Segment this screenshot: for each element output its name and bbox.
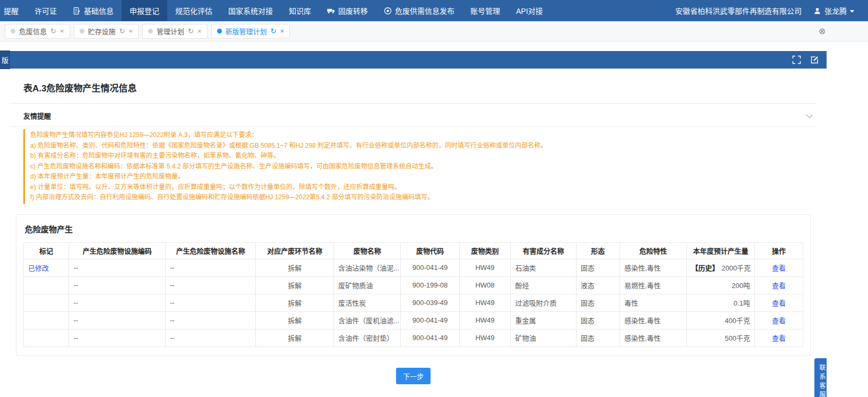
tab-item[interactable]: 贮存设施↻× — [74, 24, 139, 39]
nav-item-standard-evaluation[interactable]: 规范化评估 — [167, 0, 220, 21]
tab-list: 危废信息↻×贮存设施↻×管理计划↻×新版管理计划↻× — [5, 24, 290, 39]
cell-harmful_component: 重金属 — [511, 311, 576, 329]
cell-waste_code: 900-199-08 — [401, 276, 459, 294]
view-link[interactable]: 查看 — [772, 317, 786, 325]
column-header-link_name: 对应产废环节名称 — [256, 242, 334, 259]
amount-value: 400千克 — [725, 317, 750, 325]
nav-item-label: 账号管理 — [470, 5, 500, 16]
cell-hazard: 易燃性,毒性 — [620, 276, 686, 294]
amount-value: 500千克 — [725, 334, 750, 342]
table-row: 已修改----拆解含油沾染物（油泥...900-041-49HW49石油类固态感… — [24, 259, 803, 276]
cell-waste_code: 900-039-49 — [401, 294, 459, 311]
page-header-icons — [792, 55, 827, 64]
notice-line: f) 内部治理方式及去向：自行利用设施编码、自行处置设施编码和贮存设施编码依据H… — [30, 192, 816, 203]
column-header-waste_category: 废物类别 — [459, 242, 511, 259]
cell-facility_code: -- — [69, 329, 166, 347]
cell-action: 查看 — [754, 259, 803, 276]
nav-item-label: 国家系统对接 — [228, 5, 273, 16]
edit-icon[interactable] — [810, 55, 819, 64]
notice-line: 危险废物产生情况填写内容参见HJ 1259—2022附录 A.3，填写应满足以下… — [30, 130, 816, 141]
nav-item-basic-info[interactable]: 基础信息 — [65, 0, 122, 21]
tab-close-icon[interactable]: × — [60, 28, 64, 35]
cell-action: 查看 — [754, 294, 803, 311]
next-step-button[interactable]: 下一步 — [396, 368, 431, 384]
nav-item-solid-waste-transfer[interactable]: 固废转移 — [319, 0, 376, 21]
tab-refresh-icon[interactable]: ↻ — [50, 28, 56, 35]
tab-item[interactable]: 新版管理计划↻× — [211, 24, 290, 39]
nav-item-license[interactable]: 许可证 — [27, 0, 65, 21]
page-header-edge-label[interactable]: 版 — [0, 50, 10, 69]
nav-item-label: 提醒 — [4, 5, 19, 16]
cell-action: 查看 — [754, 276, 803, 294]
page-body: 版 表A.3危险废物产生情况信息 友情提醒 危险废物产生情况填写内容参见HJ 1… — [0, 51, 827, 384]
page-title: 表A.3危险废物产生情况信息 — [0, 69, 827, 103]
nav-item-label: 危废供需信息发布 — [395, 5, 454, 16]
modified-flag[interactable]: 已修改 — [28, 264, 49, 272]
cell-facility_name: -- — [166, 259, 256, 276]
nav-item-knowledge-base[interactable]: 知识库 — [281, 0, 319, 21]
chevron-down-icon — [850, 10, 854, 13]
nav-item-hazwaste-supply-demand-publish[interactable]: 危废供需信息发布 — [376, 0, 462, 21]
tab-close-icon[interactable]: × — [197, 28, 202, 35]
cell-waste_code: 900-041-49 — [401, 259, 459, 276]
tab-item[interactable]: 危废信息↻× — [5, 24, 70, 39]
close-all-tabs-icon[interactable]: ⊗ — [816, 25, 828, 37]
table-row: ----拆解废活性炭900-039-49HW49过滤吸附介质固态毒性0.1吨查看 — [24, 294, 803, 311]
cell-form: 液态 — [576, 276, 620, 294]
app-window: 提醒许可证基础信息申报登记规范化评估国家系统对接知识库固废转移危废供需信息发布账… — [0, 0, 868, 397]
fullscreen-icon[interactable] — [792, 55, 801, 64]
cell-facility_name: -- — [166, 276, 256, 294]
cell-mark — [24, 329, 69, 347]
reminder-header[interactable]: 友情提醒 — [0, 104, 827, 126]
column-header-harmful_component: 有害成分名称 — [511, 242, 576, 259]
column-header-facility_code: 产生危险废物设施编码 — [69, 242, 166, 259]
nav-item-reminder[interactable]: 提醒 — [0, 0, 27, 21]
cell-facility_code: -- — [69, 259, 166, 276]
collapse-chevron-icon[interactable] — [806, 111, 813, 118]
nav-item-label: API对接 — [516, 5, 543, 16]
tab-refresh-icon[interactable]: ↻ — [188, 28, 194, 35]
cell-action: 查看 — [754, 311, 803, 329]
nav-item-label: 基础信息 — [84, 5, 114, 16]
cell-hazard: 感染性,毒性 — [620, 259, 686, 276]
nav-item-label: 知识库 — [289, 5, 311, 16]
tab-close-icon[interactable]: × — [280, 28, 284, 35]
cell-facility_code: -- — [69, 311, 166, 329]
tab-close-icon[interactable]: × — [128, 28, 133, 35]
cell-mark — [24, 294, 69, 311]
column-header-waste_name: 废物名称 — [334, 242, 401, 259]
cell-harmful_component: 矿物油 — [511, 329, 576, 347]
view-link[interactable]: 查看 — [772, 282, 786, 290]
cell-form: 固态 — [576, 329, 620, 347]
view-link[interactable]: 查看 — [772, 299, 786, 307]
cell-facility_code: -- — [69, 294, 166, 311]
user-menu[interactable]: 张龙腾 — [813, 5, 854, 16]
tab-label: 危废信息 — [19, 26, 47, 36]
tab-refresh-icon[interactable]: ↻ — [271, 28, 277, 35]
column-header-waste_code: 废物代码 — [401, 242, 459, 259]
cell-link_name: 拆解 — [256, 294, 334, 311]
nav-item-label: 申报登记 — [130, 5, 159, 16]
cell-link_name: 拆解 — [256, 329, 334, 347]
nav-item-api-connect[interactable]: API对接 — [508, 0, 551, 21]
nav-item-account-management[interactable]: 账号管理 — [462, 0, 508, 21]
amount-value: 200吨 — [732, 282, 750, 290]
cell-facility_name: -- — [166, 294, 256, 311]
cell-amount: 0.1吨 — [687, 294, 755, 311]
tab-refresh-icon[interactable]: ↻ — [119, 28, 125, 35]
cell-form: 固态 — [576, 294, 620, 311]
view-link[interactable]: 查看 — [772, 334, 786, 342]
nav-items: 提醒许可证基础信息申报登记规范化评估国家系统对接知识库固废转移危废供需信息发布账… — [0, 0, 551, 21]
cell-mark — [24, 276, 69, 294]
history-tag: 【历史】 — [691, 264, 719, 272]
nav-item-national-system[interactable]: 国家系统对接 — [220, 0, 281, 21]
column-header-amount: 本年度预计产生量 — [687, 242, 755, 259]
view-link[interactable]: 查看 — [772, 264, 786, 272]
tab-item[interactable]: 管理计划↻× — [142, 24, 208, 39]
nav-item-declare-register[interactable]: 申报登记 — [122, 0, 167, 21]
contact-support-tab[interactable]: 联系客服 — [814, 358, 827, 397]
cell-hazard: 感染性,毒性 — [620, 329, 686, 347]
cell-harmful_component: 石油类 — [511, 259, 576, 276]
cell-waste_name: 含油件（废机油滤... — [334, 311, 401, 329]
notice-line: c) 产生危险废物设施名称和编码：依据本标准第 5.4.2 部分填写的生产设施名… — [30, 162, 816, 172]
